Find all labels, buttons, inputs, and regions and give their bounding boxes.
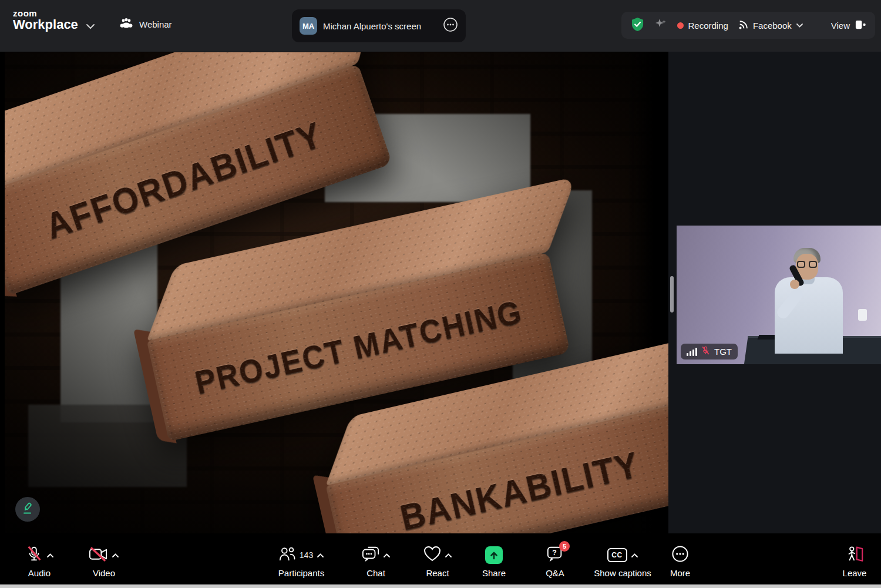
participant-name: TGT: [714, 347, 732, 357]
chevron-up-icon[interactable]: [383, 553, 391, 558]
chevron-up-icon[interactable]: [317, 553, 324, 558]
chevron-up-icon[interactable]: [112, 553, 119, 558]
qa-unread-badge: 5: [559, 541, 570, 552]
participant-name-badge: TGT: [681, 344, 738, 359]
speaker-video-tile[interactable]: TGT: [677, 226, 881, 364]
view-button[interactable]: View: [831, 19, 866, 32]
view-label: View: [831, 21, 850, 31]
signal-bars-icon: [687, 348, 697, 356]
panel-scrollbar[interactable]: [670, 276, 674, 313]
qa-label: Q&A: [546, 568, 564, 578]
participants-count: 143: [300, 550, 313, 560]
webinar-tab[interactable]: Webinar: [119, 18, 172, 31]
glasses: [796, 261, 818, 268]
stream-label: Facebook: [753, 21, 792, 31]
leave-label: Leave: [843, 568, 867, 578]
chat-label: Chat: [366, 568, 385, 578]
share-button[interactable]: Share: [475, 546, 513, 578]
top-bar: zoom Workplace Webinar MA Michan Alpuert…: [0, 0, 881, 52]
mic-muted-icon: [25, 545, 43, 565]
cc-icon: CC: [607, 548, 627, 562]
screen-share-tab-title: Michan Alpuerto's screen: [323, 21, 437, 31]
more-button[interactable]: More: [663, 546, 698, 578]
chevron-up-icon[interactable]: [631, 553, 638, 558]
video-panel: TGT: [668, 52, 881, 539]
leave-icon: [845, 545, 864, 565]
screen-share-tab[interactable]: MA Michan Alpuerto's screen: [292, 9, 466, 42]
people-icon: [119, 18, 133, 31]
wall-thermostat: [858, 309, 867, 321]
recording-label: Recording: [688, 21, 728, 31]
zoom-workplace-logo: zoom Workplace: [13, 8, 78, 32]
recording-indicator[interactable]: Recording: [677, 21, 728, 31]
logo-workplace-text: Workplace: [13, 17, 78, 32]
tab-options-ellipsis-icon[interactable]: [443, 17, 458, 35]
chat-button[interactable]: Chat: [349, 546, 402, 578]
react-button[interactable]: React: [411, 546, 464, 578]
more-label: More: [670, 568, 690, 578]
shield-check-icon[interactable]: [631, 17, 644, 34]
share-icon: [485, 546, 503, 564]
chevron-down-icon[interactable]: [86, 21, 95, 32]
mic-muted-icon: [701, 346, 710, 358]
video-label: Video: [93, 568, 115, 578]
camera-muted-icon: [89, 546, 108, 565]
ai-sparkle-icon[interactable]: [654, 18, 667, 33]
meeting-toolbar: Audio Video: [0, 533, 881, 584]
heart-icon: [423, 546, 441, 565]
chevron-down-icon: [796, 23, 803, 28]
zoom-window: zoom Workplace Webinar MA Michan Alpuert…: [0, 0, 881, 588]
svg-text:?: ?: [552, 549, 556, 557]
audio-button[interactable]: Audio: [14, 546, 65, 578]
annotate-button[interactable]: [15, 497, 40, 522]
qa-icon: ? 5: [546, 545, 564, 565]
video-button[interactable]: Video: [79, 546, 129, 578]
chat-icon: [362, 545, 379, 565]
more-icon: [671, 545, 689, 565]
meeting-status-group: Recording Facebook View: [621, 12, 876, 39]
participants-icon: [278, 546, 296, 565]
chevron-up-icon[interactable]: [445, 553, 452, 558]
qa-button[interactable]: ? 5 Q&A: [532, 546, 579, 578]
view-layout-icon: [855, 19, 866, 32]
avatar: MA: [300, 17, 317, 35]
pencil-icon: [21, 502, 34, 517]
participants-label: Participants: [278, 568, 324, 578]
recording-dot: [677, 22, 684, 29]
react-label: React: [426, 568, 449, 578]
captions-button[interactable]: CC Show captions: [584, 546, 661, 578]
leave-button[interactable]: Leave: [834, 546, 875, 578]
chevron-up-icon[interactable]: [46, 553, 54, 558]
bottom-edge-strip: [0, 584, 881, 588]
share-label: Share: [482, 568, 506, 578]
audio-label: Audio: [28, 568, 51, 578]
shared-screen-slide: AFFORDABILITY PROJECT MATCHING BANKABILI…: [5, 52, 668, 533]
captions-label: Show captions: [594, 568, 651, 578]
presenter: [766, 248, 849, 364]
broadcast-icon: [738, 19, 749, 32]
webinar-label: Webinar: [139, 19, 172, 29]
live-stream-indicator[interactable]: Facebook: [738, 19, 803, 32]
participants-button[interactable]: 143 Participants: [267, 546, 335, 578]
